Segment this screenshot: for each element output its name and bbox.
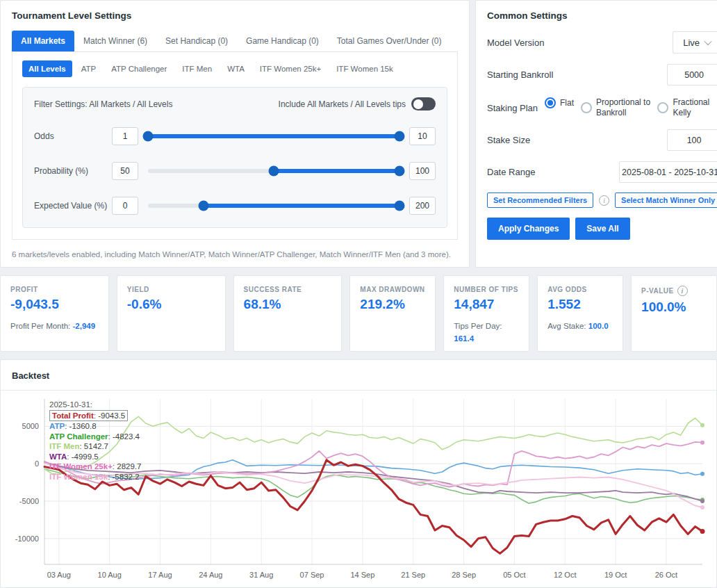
market-tab-total-games-over-under-0-[interactable]: Total Games Over/Under (0) (328, 31, 451, 51)
stat-label: NUMBER OF TIPS (454, 286, 519, 293)
markets-enabled-note: 6 markets/levels enabled, including Matc… (12, 250, 458, 259)
slider-fill (274, 169, 399, 173)
y-tick-label: 0 (35, 459, 39, 468)
stat-label: PROFIT (10, 286, 99, 293)
market-tab-match-winner-6-[interactable]: Match Winner (6) (74, 31, 156, 51)
info-icon[interactable]: i (677, 286, 688, 296)
date-range-input[interactable] (619, 161, 717, 183)
filter-settings-title: Filter Settings: All Markets / All Level… (34, 99, 172, 109)
model-version-row: Model Version Live (487, 31, 717, 54)
stat-card-success-rate: SUCCESS RATE68.1% (233, 275, 343, 352)
market-tab-game-handicap-0-[interactable]: Game Handicap (0) (237, 31, 328, 51)
tournament-settings-panel: Tournament Level Settings All MarketsMat… (0, 0, 470, 268)
set-recommended-filters-button[interactable]: Set Recommended Filters (487, 193, 593, 208)
stat-value: 219.2% (360, 297, 425, 312)
save-all-button[interactable]: Save All (575, 218, 629, 240)
apply-changes-button[interactable]: Apply Changes (487, 218, 570, 240)
filter-box: Filter Settings: All Markets / All Level… (22, 87, 447, 228)
radio-icon (657, 102, 668, 113)
stat-sub: Tips Per Day: 161.4 (454, 320, 519, 345)
x-tick-label: 24 Aug (199, 571, 222, 579)
series-end-marker (700, 441, 704, 445)
slider-max-input[interactable] (409, 197, 436, 215)
level-tab-wta[interactable]: WTA (221, 60, 251, 77)
level-tab-itf-women-15k[interactable]: ITF Women 15k (330, 60, 399, 77)
staking-plan-label: Staking Plan (487, 97, 538, 113)
slider-row-probability-: Probability (%) (34, 162, 436, 180)
x-tick-label: 26 Oct (655, 571, 677, 579)
slider-handle-low[interactable] (269, 166, 279, 177)
starting-bankroll-label: Starting Bankroll (487, 70, 553, 80)
include-tips-toggle[interactable] (411, 97, 436, 111)
date-range-label: Date Range (487, 167, 535, 177)
x-tick-label: 10 Aug (98, 571, 122, 579)
level-tab-itf-women-25k-[interactable]: ITF Women 25k+ (254, 60, 327, 77)
level-tab-atp-challenger[interactable]: ATP Challenger (105, 60, 173, 77)
slider-handle-low[interactable] (198, 201, 208, 211)
level-tab-itf-men[interactable]: ITF Men (176, 60, 218, 77)
stat-card-max-drawdown: MAX DRAWDOWN219.2% (349, 275, 436, 352)
stat-sub-value: 100.0 (588, 322, 609, 330)
backtest-panel: Backtest 50000-5000-1000003 Aug10 Aug17 … (0, 359, 717, 588)
filter-buttons-row: Set Recommended Filters i Select Match W… (487, 193, 717, 208)
x-tick-label: 12 Oct (554, 571, 576, 579)
slider-handle-low[interactable] (143, 131, 154, 142)
level-tab-atp[interactable]: ATP (75, 60, 103, 77)
slider-track[interactable] (148, 134, 399, 138)
market-tab-panel: All LevelsATPATP ChallengerITF MenWTAITF… (12, 52, 458, 240)
slider-label: Odds (34, 131, 112, 141)
starting-bankroll-row: Starting Bankroll (487, 64, 717, 85)
slider-fill (148, 134, 399, 138)
backtest-chart-area: 50000-5000-1000003 Aug10 Aug17 Aug24 Aug… (1, 391, 716, 587)
stat-card-profit: PROFIT-9,043.5Profit Per Month: -2,949 (0, 275, 109, 352)
x-tick-label: 21 Sep (401, 571, 425, 579)
stat-sub-value: -2,949 (72, 322, 95, 330)
stat-card-p-value: P-VALUEi100.0% (631, 275, 717, 352)
slider-max-input[interactable] (409, 127, 436, 145)
x-tick-label: 17 Aug (148, 571, 172, 579)
market-tab-all-markets[interactable]: All Markets (12, 31, 74, 51)
tournament-settings-title: Tournament Level Settings (12, 10, 458, 21)
info-icon[interactable]: i (599, 195, 609, 206)
slider-label: Expected Value (%) (34, 201, 112, 211)
stats-row: PROFIT-9,043.5Profit Per Month: -2,949YI… (0, 275, 717, 352)
radio-label: Fractional Kelly (673, 97, 717, 118)
series-end-marker (700, 423, 704, 427)
radio-label: Flat (560, 98, 574, 108)
stat-value: 1.552 (547, 297, 613, 312)
staking-plan-options: FlatProportional to BankrollFractional K… (545, 97, 717, 118)
slider-handle-high[interactable] (395, 201, 405, 211)
slider-handle-high[interactable] (395, 131, 405, 142)
stat-value: 68.1% (244, 297, 332, 312)
starting-bankroll-input[interactable] (667, 64, 717, 85)
y-tick-label: 5000 (22, 422, 39, 430)
stake-size-input[interactable] (667, 129, 717, 151)
slider-track[interactable] (148, 204, 399, 208)
staking-plan-option-proportional-to-bankroll[interactable]: Proportional to Bankroll (581, 97, 650, 118)
y-tick-label: -10000 (15, 534, 39, 543)
slider-min-input[interactable] (112, 162, 138, 180)
stat-value: 14,847 (454, 297, 519, 312)
x-tick-label: 28 Sep (452, 571, 476, 579)
stat-sub: Avg Stake: 100.0 (547, 320, 613, 333)
x-tick-label: 31 Aug (249, 571, 273, 579)
y-tick-label: -5000 (19, 497, 39, 505)
slider-min-input[interactable] (112, 127, 138, 145)
stat-card-number-of-tips: NUMBER OF TIPS14,847Tips Per Day: 161.4 (443, 275, 529, 352)
slider-max-input[interactable] (409, 162, 436, 180)
slider-min-input[interactable] (112, 197, 138, 215)
market-tab-set-handicap-0-[interactable]: Set Handicap (0) (156, 31, 237, 51)
model-version-select[interactable]: Live (673, 31, 717, 54)
level-tab-all-levels[interactable]: All Levels (22, 60, 72, 77)
level-tabs: All LevelsATPATP ChallengerITF MenWTAITF… (22, 60, 447, 77)
staking-plan-option-fractional-kelly[interactable]: Fractional Kelly (657, 97, 717, 118)
slider-handle-high[interactable] (395, 166, 405, 177)
slider-track[interactable] (148, 169, 399, 173)
select-match-winner-only-button[interactable]: Select Match Winner Only (615, 193, 717, 208)
slider-row-expected-value-: Expected Value (%) (34, 197, 436, 215)
slider-label: Probability (%) (34, 166, 112, 176)
radio-icon (581, 102, 592, 113)
staking-plan-option-flat[interactable]: Flat (545, 97, 574, 108)
x-tick-label: 14 Sep (350, 571, 374, 579)
radio-icon (545, 97, 556, 108)
